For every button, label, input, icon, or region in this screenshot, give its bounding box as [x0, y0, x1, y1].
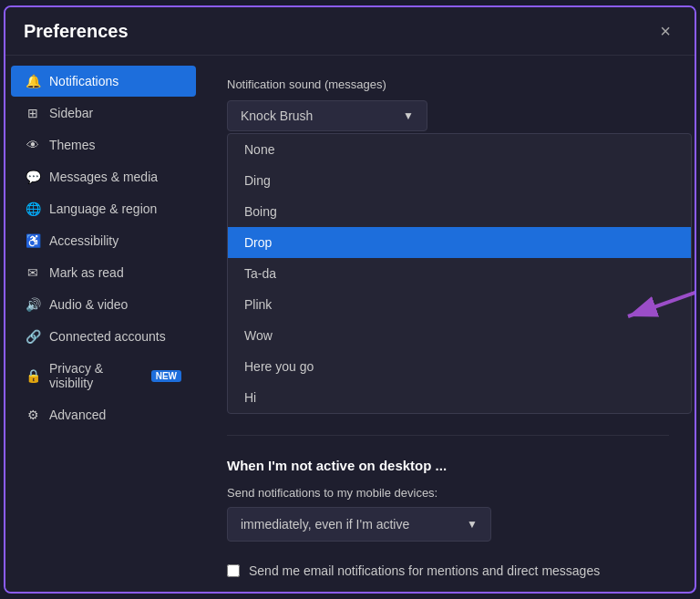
- sound-option-ta-da[interactable]: Ta-da: [228, 258, 691, 289]
- sidebar-item-label: Audio & video: [49, 297, 128, 312]
- sound-option-plink[interactable]: Plink: [228, 289, 691, 320]
- sidebar-item-mark-as-read[interactable]: ✉ Mark as read: [11, 257, 196, 288]
- sidebar: 🔔 Notifications ⊞ Sidebar 👁 Themes 💬 Mes…: [5, 56, 201, 592]
- email-label: Send me email notifications for mentions…: [249, 563, 600, 578]
- notifications-icon: 🔔: [26, 74, 40, 88]
- inactive-title: When I'm not active on desktop ...: [227, 458, 669, 473]
- sidebar-item-language-region[interactable]: 🌐 Language & region: [11, 193, 196, 224]
- themes-icon: 👁: [26, 138, 40, 152]
- privacy-icon: 🔒: [26, 368, 40, 383]
- sidebar-item-label: Sidebar: [49, 106, 93, 120]
- sound-option-boing[interactable]: Boing: [228, 196, 691, 227]
- sidebar-item-messages-media[interactable]: 💬 Messages & media: [11, 161, 196, 192]
- sound-option-here-you-go[interactable]: Here you go: [228, 351, 691, 382]
- title-bar: Preferences ×: [5, 7, 695, 56]
- chevron-down-icon: ▼: [403, 109, 414, 122]
- sidebar-item-label: Accessibility: [49, 233, 118, 248]
- connected-accounts-icon: 🔗: [26, 329, 40, 344]
- language-icon: 🌐: [26, 201, 40, 216]
- preferences-dialog: Preferences × 🔔 Notifications ⊞ Sidebar …: [4, 5, 696, 594]
- sidebar-item-label: Themes: [49, 138, 96, 152]
- dialog-title: Preferences: [24, 21, 129, 42]
- mark-read-icon: ✉: [26, 265, 40, 280]
- accessibility-icon: ♿: [26, 233, 40, 248]
- sound-option-none[interactable]: None: [228, 134, 691, 165]
- sound-option-hi[interactable]: Hi: [228, 382, 691, 413]
- content-area: 🔔 Notifications ⊞ Sidebar 👁 Themes 💬 Mes…: [5, 56, 695, 592]
- sidebar-item-themes[interactable]: 👁 Themes: [11, 129, 196, 160]
- messages-icon: 💬: [26, 170, 40, 184]
- sidebar-item-connected-accounts[interactable]: 🔗 Connected accounts: [11, 321, 196, 352]
- mobile-chevron-down-icon: ▼: [467, 518, 478, 531]
- sidebar-item-label: Connected accounts: [49, 329, 166, 344]
- sound-option-ding[interactable]: Ding: [228, 165, 691, 196]
- sidebar-icon: ⊞: [26, 106, 40, 120]
- sound-option-wow[interactable]: Wow: [228, 320, 691, 351]
- sidebar-item-advanced[interactable]: ⚙ Advanced: [11, 399, 196, 430]
- email-checkbox[interactable]: [227, 564, 240, 577]
- sidebar-item-accessibility[interactable]: ♿ Accessibility: [11, 225, 196, 256]
- sound-dropdown-wrapper: Knock Brush ▼ None Ding Boing Drop Ta-da…: [227, 100, 427, 131]
- audio-video-icon: 🔊: [26, 297, 40, 312]
- sidebar-item-label: Notifications: [49, 74, 118, 88]
- sound-dropdown-current: Knock Brush: [241, 108, 313, 123]
- mobile-dropdown[interactable]: immediately, even if I'm active ▼: [227, 507, 491, 542]
- sound-dropdown-menu: None Ding Boing Drop Ta-da Plink Wow Her…: [227, 133, 692, 414]
- sidebar-item-label: Privacy & visibility: [49, 361, 139, 390]
- close-button[interactable]: ×: [654, 20, 676, 42]
- new-badge: NEW: [151, 370, 181, 382]
- advanced-icon: ⚙: [26, 408, 40, 422]
- mobile-dropdown-current: immediately, even if I'm active: [241, 517, 409, 532]
- sound-option-drop[interactable]: Drop: [228, 227, 691, 258]
- email-row: Send me email notifications for mentions…: [227, 563, 669, 578]
- sidebar-item-sidebar[interactable]: ⊞ Sidebar: [11, 98, 196, 129]
- sound-dropdown-trigger[interactable]: Knock Brush ▼: [227, 100, 427, 131]
- inactive-section: When I'm not active on desktop ... Send …: [227, 435, 669, 542]
- sound-section-label: Notification sound (messages): [227, 77, 669, 91]
- sidebar-item-label: Mark as read: [49, 265, 124, 280]
- sidebar-item-audio-video[interactable]: 🔊 Audio & video: [11, 289, 196, 320]
- sidebar-item-label: Messages & media: [49, 170, 158, 184]
- main-content: Notification sound (messages) Knock Brus…: [201, 56, 695, 592]
- sidebar-item-label: Advanced: [49, 408, 106, 422]
- mobile-label: Send notifications to my mobile devices:: [227, 486, 669, 500]
- sidebar-item-label: Language & region: [49, 201, 157, 216]
- sidebar-item-notifications[interactable]: 🔔 Notifications: [11, 66, 196, 97]
- sidebar-item-privacy-visibility[interactable]: 🔒 Privacy & visibility NEW: [11, 353, 196, 398]
